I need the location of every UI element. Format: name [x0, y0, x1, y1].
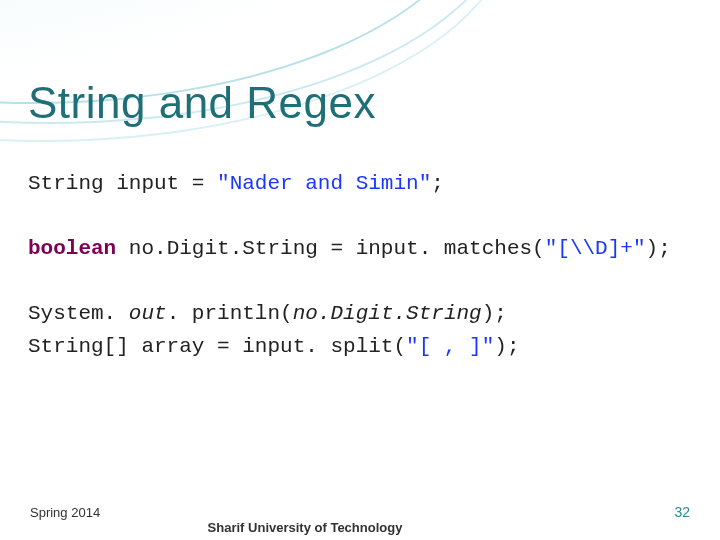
italic-ident: out [129, 302, 167, 325]
footer-semester: Spring 2014 [30, 505, 100, 520]
code-text: . println( [167, 302, 293, 325]
slide: String and Regex String input = "Nader a… [0, 0, 720, 540]
string-literal: "[ , ]" [406, 335, 494, 358]
keyword: boolean [28, 237, 116, 260]
code-text: ; [431, 172, 444, 195]
code-line-4: String[] array = input. split("[ , ]"); [28, 331, 692, 364]
blank-line [28, 266, 41, 299]
italic-ident: no.Digit.String [293, 302, 482, 325]
code-text: ); [494, 335, 519, 358]
code-text: System. [28, 302, 129, 325]
blank-line [28, 201, 41, 234]
code-line-2: boolean no.Digit.String = input. matches… [28, 233, 692, 266]
code-line-3: System. out. println(no.Digit.String); [28, 298, 692, 331]
code-text: ); [646, 237, 671, 260]
code-text: no.Digit.String = input. matches( [116, 237, 544, 260]
code-text: String[] array = input. split( [28, 335, 406, 358]
slide-title: String and Regex [28, 78, 376, 128]
string-literal: "[\\D]+" [545, 237, 646, 260]
code-text: String input = [28, 172, 217, 195]
code-line-1: String input = "Nader and Simin"; [28, 168, 692, 201]
string-literal: "Nader and Simin" [217, 172, 431, 195]
code-block: String input = "Nader and Simin"; boolea… [28, 168, 692, 363]
code-text: ); [482, 302, 507, 325]
footer-affiliation: Sharif University of Technology [0, 520, 720, 535]
footer-page-number: 32 [674, 504, 690, 520]
